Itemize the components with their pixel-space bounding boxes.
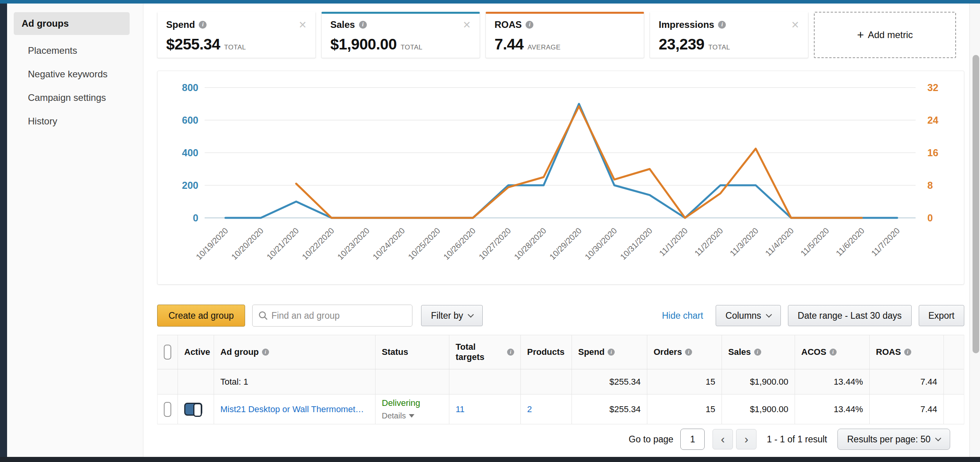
total-label: Total: 1: [214, 369, 376, 394]
sidebar-item-ad-groups[interactable]: Ad groups: [14, 12, 130, 35]
total-acos: 13.44%: [795, 369, 870, 394]
svg-text:10/28/2020: 10/28/2020: [512, 226, 548, 262]
next-page-button[interactable]: ›: [736, 429, 757, 449]
search-input[interactable]: [271, 310, 407, 321]
svg-text:11/2/2020: 11/2/2020: [693, 226, 725, 258]
details-expander[interactable]: Details: [382, 411, 414, 420]
date-range-button[interactable]: Date range - Last 30 days: [788, 305, 912, 326]
filter-by-dropdown[interactable]: Filter by: [421, 305, 483, 326]
close-icon[interactable]: ✕: [791, 20, 799, 30]
vertical-scrollbar[interactable]: [969, 4, 980, 457]
ad-group-link[interactable]: Mist21 Desktop or Wall Thermomet…: [220, 404, 364, 415]
results-per-page-label: Results per page: 50: [847, 434, 931, 445]
header-label: Ad group: [220, 347, 259, 357]
info-icon[interactable]: i: [262, 349, 269, 356]
header-label: ROAS: [876, 347, 901, 357]
chevron-left-icon: ‹: [721, 433, 725, 445]
scrollbar-thumb[interactable]: [973, 55, 979, 353]
header-status[interactable]: Status: [376, 335, 449, 369]
svg-text:10/25/2020: 10/25/2020: [406, 226, 442, 262]
info-icon[interactable]: i: [904, 349, 911, 356]
sidebar-item-placements[interactable]: Placements: [14, 39, 143, 62]
add-metric-button[interactable]: + Add metric: [814, 12, 956, 58]
total-sales: $1,900.00: [722, 369, 795, 394]
sidebar-item-campaign-settings[interactable]: Campaign settings: [14, 86, 143, 110]
results-per-page-dropdown[interactable]: Results per page: 50: [837, 429, 950, 450]
svg-text:10/21/2020: 10/21/2020: [265, 226, 300, 262]
pagination-bar: Go to page ‹ › 1 - 1 of 1 result Results…: [629, 427, 950, 451]
info-icon[interactable]: i: [526, 21, 533, 29]
svg-text:32: 32: [927, 82, 938, 93]
chevron-down-icon: [935, 435, 942, 441]
hide-chart-link[interactable]: Hide chart: [662, 310, 703, 321]
metric-card-sales: Sales i ✕ $1,900.00 TOTAL: [321, 12, 480, 58]
metric-card-spend: Spend i ✕ $255.34 TOTAL: [157, 12, 316, 58]
sidebar-item-negative-keywords[interactable]: Negative keywords: [14, 62, 143, 86]
info-icon[interactable]: i: [718, 21, 726, 29]
header-acos[interactable]: ACOSi: [795, 335, 870, 369]
row-spend: $255.34: [572, 394, 647, 424]
chevron-down-icon: [766, 311, 772, 318]
page-number-input[interactable]: [680, 429, 705, 450]
svg-text:8: 8: [927, 180, 933, 191]
info-icon[interactable]: i: [754, 349, 761, 356]
metric-value: $255.34: [166, 36, 220, 53]
info-icon[interactable]: i: [199, 21, 207, 29]
columns-dropdown[interactable]: Columns: [716, 305, 781, 326]
info-icon[interactable]: i: [830, 349, 837, 356]
svg-text:11/1/2020: 11/1/2020: [658, 226, 689, 258]
metric-unit: TOTAL: [708, 44, 730, 51]
svg-text:10/19/2020: 10/19/2020: [194, 226, 230, 262]
performance-chart: 00200840016600248003210/19/202010/20/202…: [158, 71, 965, 285]
header-total-targets[interactable]: Total targetsi: [449, 335, 521, 369]
row-roas: 7.44: [870, 394, 944, 424]
total-targets-link[interactable]: 11: [456, 404, 465, 415]
export-button[interactable]: Export: [919, 305, 964, 326]
svg-text:11/4/2020: 11/4/2020: [764, 226, 795, 258]
svg-text:600: 600: [182, 115, 198, 126]
header-orders[interactable]: Ordersi: [647, 335, 722, 369]
add-metric-label: Add metric: [868, 29, 913, 40]
previous-page-button[interactable]: ‹: [713, 429, 733, 449]
ad-groups-table: Active Ad groupi Status Total targetsi P…: [157, 335, 964, 424]
header-sales[interactable]: Salesi: [722, 335, 795, 369]
header-spend[interactable]: Spendi: [572, 335, 647, 369]
svg-text:11/5/2020: 11/5/2020: [799, 226, 831, 258]
metric-card-label: Sales: [330, 19, 355, 30]
table-total-row: Total: 1 $255.34 15 $1,900.00 13.44% 7.4…: [158, 369, 964, 394]
header-roas[interactable]: ROASi: [870, 335, 944, 369]
svg-text:800: 800: [182, 82, 198, 93]
svg-text:11/7/2020: 11/7/2020: [870, 226, 901, 258]
info-icon[interactable]: i: [685, 349, 692, 356]
metric-value: 23,239: [659, 36, 704, 53]
table-header-row: Active Ad groupi Status Total targetsi P…: [158, 335, 964, 369]
metric-unit: AVERAGE: [528, 44, 561, 51]
campaign-manager-page: Ad groups Placements Negative keywords C…: [0, 0, 980, 462]
header-ad-group[interactable]: Ad groupi: [214, 335, 376, 369]
svg-text:0: 0: [927, 212, 933, 223]
row-checkbox[interactable]: [164, 402, 171, 417]
row-orders: 15: [647, 394, 722, 424]
ad-group-search[interactable]: [252, 305, 412, 327]
svg-text:10/20/2020: 10/20/2020: [229, 226, 265, 262]
status-badge: Delivering: [382, 398, 420, 408]
header-active[interactable]: Active: [178, 335, 214, 369]
sidebar-item-history[interactable]: History: [14, 110, 143, 133]
details-label: Details: [382, 411, 406, 420]
bottom-dark-bar: [0, 457, 980, 462]
products-link[interactable]: 2: [527, 404, 532, 415]
select-all-checkbox[interactable]: [164, 345, 171, 360]
svg-text:10/30/2020: 10/30/2020: [583, 226, 619, 262]
svg-text:11/3/2020: 11/3/2020: [728, 226, 760, 258]
create-ad-group-button[interactable]: Create ad group: [157, 305, 245, 327]
active-toggle[interactable]: [184, 403, 202, 416]
info-icon[interactable]: i: [608, 349, 615, 356]
header-label: Spend: [578, 347, 604, 357]
header-products[interactable]: Products: [521, 335, 572, 369]
metric-cards-row: Spend i ✕ $255.34 TOTAL Sales i ✕ $1,900…: [157, 12, 956, 58]
close-icon[interactable]: ✕: [299, 20, 307, 30]
close-icon[interactable]: ✕: [463, 20, 471, 30]
info-icon[interactable]: i: [359, 21, 367, 29]
metric-unit: TOTAL: [401, 44, 423, 51]
info-icon[interactable]: i: [507, 349, 514, 356]
